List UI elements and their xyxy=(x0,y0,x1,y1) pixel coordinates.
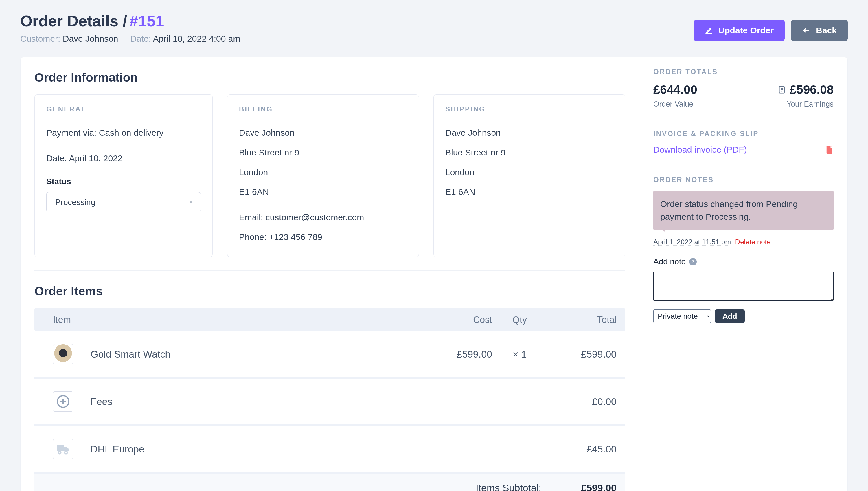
pdf-icon xyxy=(826,145,834,154)
plus-circle-icon xyxy=(53,392,73,412)
status-label: Status xyxy=(46,177,201,186)
date-label: Date: xyxy=(130,34,151,44)
subtotal-row: Items Subtotal: £599.00 xyxy=(34,473,625,491)
update-order-button[interactable]: Update Order xyxy=(693,20,785,41)
item-row: Fees £0.00 xyxy=(34,379,625,426)
invoice-head: Invoice & Packing Slip xyxy=(653,130,834,138)
item-qty: × 1 xyxy=(492,349,547,360)
note-textarea[interactable] xyxy=(653,271,834,300)
billing-city: London xyxy=(239,165,407,179)
svg-rect-1 xyxy=(57,445,64,451)
note-bubble: Order status changed from Pending paymen… xyxy=(653,191,834,230)
page-title: Order Details / xyxy=(20,12,127,30)
shipping-line1: Blue Street nr 9 xyxy=(445,146,613,160)
order-value-label: Order Value xyxy=(653,99,693,109)
truck-icon xyxy=(53,439,73,459)
shipping-head: Shipping xyxy=(445,105,613,113)
order-number: #151 xyxy=(129,12,164,30)
billing-name: Dave Johnson xyxy=(239,126,407,140)
arrow-left-icon xyxy=(802,26,811,35)
items-header: Item Cost Qty Total xyxy=(34,308,625,331)
item-cost: £599.00 xyxy=(429,349,492,360)
item-row: Gold Smart Watch £599.00 × 1 £599.00 xyxy=(34,331,625,379)
customer-name: Dave Johnson xyxy=(63,34,118,44)
invoice-block: Invoice & Packing Slip Download invoice … xyxy=(640,119,847,165)
order-totals-head: Order Totals xyxy=(653,68,834,76)
order-value-amount: £644.00 xyxy=(653,83,697,97)
billing-postcode: E1 6AN xyxy=(239,185,407,199)
billing-phone: Phone: +123 456 789 xyxy=(239,230,407,244)
earnings-amount: £596.08 xyxy=(789,83,834,97)
subtotal-value: £599.00 xyxy=(541,482,617,491)
back-button[interactable]: Back xyxy=(791,20,848,41)
billing-email: Email: customer@customer.com xyxy=(239,210,407,224)
date-value: April 10, 2022 4:00 am xyxy=(153,34,241,44)
receipt-icon xyxy=(777,85,786,94)
billing-card: Billing Dave Johnson Blue Street nr 9 Lo… xyxy=(227,94,419,257)
order-notes-block: Order Notes Order status changed from Pe… xyxy=(640,165,847,333)
help-icon[interactable]: ? xyxy=(689,258,697,265)
earnings-label: Your Earnings xyxy=(787,99,834,109)
order-totals-block: Order Totals £644.00 £596.08 Order Value… xyxy=(640,57,847,119)
back-label: Back xyxy=(816,26,837,35)
svg-point-2 xyxy=(58,451,61,454)
general-card: General Payment via: Cash on delivery Da… xyxy=(34,94,213,257)
item-total: £0.00 xyxy=(547,396,617,407)
col-item: Item xyxy=(53,314,429,325)
order-information-heading: Order Information xyxy=(34,70,625,85)
billing-line1: Blue Street nr 9 xyxy=(239,146,407,160)
item-row: DHL Europe £45.00 xyxy=(34,426,625,473)
billing-head: Billing xyxy=(239,105,407,113)
order-date-line: Date: April 10, 2022 xyxy=(46,151,201,165)
shipping-postcode: E1 6AN xyxy=(445,185,613,199)
item-total: £45.00 xyxy=(547,443,617,455)
update-order-label: Update Order xyxy=(718,26,774,35)
product-thumb-icon xyxy=(53,344,73,364)
add-note-label: Add note xyxy=(653,257,686,266)
status-select[interactable]: Processing xyxy=(46,192,201,212)
shipping-city: London xyxy=(445,165,613,179)
note-timestamp: April 1, 2022 at 11:51 pm xyxy=(653,238,731,246)
add-note-button[interactable]: Add xyxy=(715,310,745,323)
col-qty: Qty xyxy=(492,314,547,325)
item-name: Gold Smart Watch xyxy=(91,349,429,360)
svg-point-3 xyxy=(64,451,67,454)
note-type-select[interactable]: Private note xyxy=(653,310,711,323)
col-total: Total xyxy=(547,314,617,325)
item-name: Fees xyxy=(91,396,429,407)
payment-line: Payment via: Cash on delivery xyxy=(46,126,201,140)
download-invoice-link[interactable]: Download invoice (PDF) xyxy=(653,145,747,154)
customer-label: Customer: xyxy=(20,34,60,44)
shipping-card: Shipping Dave Johnson Blue Street nr 9 L… xyxy=(433,94,625,257)
shipping-name: Dave Johnson xyxy=(445,126,613,140)
item-total: £599.00 xyxy=(547,349,617,360)
subtotal-label: Items Subtotal: xyxy=(476,482,541,491)
general-head: General xyxy=(46,105,201,113)
order-items-heading: Order Items xyxy=(34,284,625,298)
col-cost: Cost xyxy=(429,314,492,325)
item-name: DHL Europe xyxy=(91,443,429,455)
delete-note-link[interactable]: Delete note xyxy=(735,238,771,246)
order-notes-head: Order Notes xyxy=(653,176,834,184)
edit-icon xyxy=(705,26,713,35)
